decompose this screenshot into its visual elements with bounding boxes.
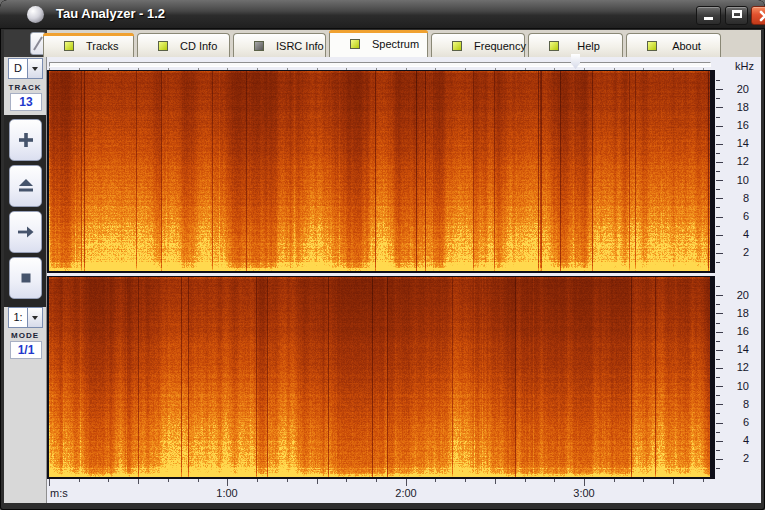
mode-selector-dropdown[interactable]: 1: [8,307,43,328]
eject-button[interactable] [9,165,42,207]
frequency-tick [716,217,723,218]
position-slider-track[interactable] [49,62,711,67]
frequency-tick [716,386,723,387]
next-button[interactable] [9,211,42,253]
time-tick [673,479,674,484]
tab-label: Tracks [86,40,135,52]
time-tick [227,479,228,486]
time-tick-label: 1:00 [207,487,247,499]
tab-led-icon [254,41,264,51]
frequency-tick [716,162,723,163]
chevron-down-icon [32,316,38,320]
time-tick [584,479,585,486]
frequency-tick [716,107,723,108]
frequency-tick [716,323,720,324]
frequency-tick [716,235,723,236]
title-bar[interactable]: Tau Analyzer - 1.2 [0,0,765,29]
frequency-tick [716,359,720,360]
frequency-tick [716,253,723,254]
track-selector-value: D [8,58,28,79]
minimize-button[interactable] [696,6,721,25]
frequency-tick [716,368,723,369]
frequency-tick [716,207,720,208]
mode-selector-drop-button[interactable] [28,307,43,328]
frequency-tick-label: 16 [727,325,749,338]
track-number: 13 [10,93,42,111]
frequency-tick-label: 14 [727,343,749,356]
tab-label: Spectrum [372,38,435,50]
app-window: Tau Analyzer - 1.2 TracksCD InfoISRC Inf… [0,0,765,510]
tab-label: CD Info [180,40,233,52]
frequency-tick-label: 14 [727,137,749,150]
tab-strip-corner [4,30,47,57]
tab-frequency[interactable]: Frequency [431,33,525,57]
time-tick-label: 3:00 [564,487,604,499]
window-title: Tau Analyzer - 1.2 [56,6,165,21]
plus-icon [15,129,37,151]
time-tick [376,479,377,482]
time-tick [703,479,704,482]
frequency-tick [716,153,720,154]
frequency-tick [716,98,720,99]
time-tick [525,479,526,482]
chevron-down-icon [32,67,38,71]
time-tick [108,479,109,482]
tab-help[interactable]: Help [528,33,623,57]
frequency-tick-label: 8 [727,192,749,205]
spectrogram-panel-bottom [47,276,715,479]
mode-label: MODE [4,331,46,340]
spectrogram-canvas-top [49,71,710,271]
maximize-button[interactable] [725,6,748,25]
maximize-icon [732,10,742,18]
frequency-tick-label: 2 [727,452,749,465]
tab-tracks[interactable]: Tracks [43,33,134,57]
frequency-tick [716,432,720,433]
mode-value: 1/1 [10,341,42,359]
frequency-tick [716,117,720,118]
frequency-tick-label: 16 [727,119,749,132]
stop-button[interactable] [9,257,42,299]
plus-button[interactable] [9,119,42,161]
time-tick [554,479,555,482]
frequency-axis: kHz 24681012141618202468101214161820 [715,57,761,503]
frequency-tick [716,171,720,172]
frequency-tick-label: 10 [727,380,749,393]
stop-icon [15,267,37,289]
tab-spectrum[interactable]: Spectrum [329,30,428,57]
khz-unit-label: kHz [735,60,754,72]
frequency-tick [716,423,723,424]
sidebar: D TRACK 13 [4,57,47,503]
minimize-icon [704,17,713,20]
frequency-tick [716,126,723,127]
time-tick [168,479,169,482]
tab-cd-info[interactable]: CD Info [137,33,230,57]
tab-label: About [669,40,720,52]
frequency-tick [716,180,723,181]
transport-zone [4,115,46,307]
tab-about[interactable]: About [626,33,721,57]
frequency-tick [716,135,720,136]
frequency-tick-label: 10 [727,174,749,187]
spectrogram-canvas-bottom [49,277,710,477]
frequency-tick-label: 6 [727,416,749,429]
frequency-tick [716,459,723,460]
track-selector-dropdown[interactable]: D [8,58,43,79]
frequency-tick [716,341,720,342]
close-button[interactable] [751,6,765,25]
tab-isrc-info[interactable]: ISRC Info [233,33,326,57]
frequency-tick-label: 4 [727,228,749,241]
track-label: TRACK [4,83,46,92]
time-axis: m:s 1:002:003:00 [47,479,715,501]
time-tick [257,479,258,482]
time-tick [287,479,288,482]
frequency-tick-label: 12 [727,361,749,374]
track-selector-drop-button[interactable] [28,58,43,79]
mode-selector-value: 1: [8,307,28,328]
frequency-tick-label: 6 [727,210,749,223]
time-tick [435,479,436,482]
time-tick [346,479,347,482]
frequency-tick [716,404,723,405]
frequency-tick [716,413,720,414]
frequency-tick [716,332,723,333]
frequency-tick [716,244,720,245]
